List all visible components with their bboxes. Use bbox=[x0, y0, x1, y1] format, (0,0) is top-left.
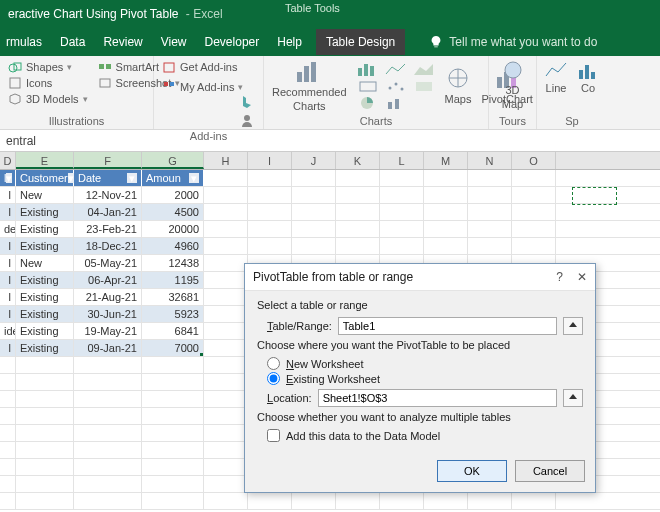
col-O[interactable]: O bbox=[512, 152, 556, 169]
cell-customer[interactable]: New bbox=[16, 187, 74, 203]
menu-formulas[interactable]: rmulas bbox=[6, 35, 42, 49]
combo-chart-icon[interactable] bbox=[385, 96, 407, 110]
table-header-date[interactable]: Date▾ bbox=[74, 170, 142, 186]
menu-help[interactable]: Help bbox=[277, 35, 302, 49]
cell-d[interactable]: de bbox=[0, 221, 16, 237]
location-input[interactable] bbox=[318, 389, 557, 407]
cell-amount[interactable]: 12438 bbox=[142, 255, 204, 271]
col-E[interactable]: E bbox=[16, 152, 74, 169]
cell-d[interactable]: l bbox=[0, 306, 16, 322]
pie-chart-icon[interactable] bbox=[357, 96, 379, 110]
radio-new-worksheet[interactable]: New Worksheet bbox=[267, 357, 583, 370]
cell-amount[interactable]: 32681 bbox=[142, 289, 204, 305]
cell-date[interactable]: 05-May-21 bbox=[74, 255, 142, 271]
cell-customer[interactable]: New bbox=[16, 255, 74, 271]
sparkline-line-button[interactable]: Line bbox=[545, 60, 567, 94]
my-addins-button[interactable]: My Add-ins▾ bbox=[162, 80, 255, 94]
collapse-dialog-button-2[interactable] bbox=[563, 389, 583, 407]
help-icon[interactable]: ? bbox=[556, 270, 563, 284]
checkbox-data-model[interactable]: Add this data to the Data Model bbox=[267, 429, 583, 442]
3d-models-button[interactable]: 3D Models▾ bbox=[8, 92, 88, 106]
col-M[interactable]: M bbox=[424, 152, 468, 169]
cell-date[interactable]: 09-Jan-21 bbox=[74, 340, 142, 356]
radio-existing-worksheet[interactable]: Existing Worksheet bbox=[267, 372, 583, 385]
table-header-customer[interactable]: Customer▾ bbox=[16, 170, 74, 186]
tell-me[interactable]: Tell me what you want to do bbox=[429, 35, 597, 49]
formula-bar[interactable]: entral bbox=[0, 130, 660, 152]
cell-customer[interactable]: Existing bbox=[16, 323, 74, 339]
cell-customer[interactable]: Existing bbox=[16, 340, 74, 356]
col-L[interactable]: L bbox=[380, 152, 424, 169]
menu-table-design[interactable]: Table Design bbox=[316, 29, 405, 55]
cell-d[interactable]: l bbox=[0, 255, 16, 271]
cell-date[interactable]: 23-Feb-21 bbox=[74, 221, 142, 237]
cell-date[interactable]: 19-May-21 bbox=[74, 323, 142, 339]
icons-button[interactable]: Icons bbox=[8, 76, 88, 90]
menu-developer[interactable]: Developer bbox=[205, 35, 260, 49]
col-G[interactable]: G bbox=[142, 152, 204, 169]
table-range-input[interactable] bbox=[338, 317, 557, 335]
cell-customer[interactable]: Existing bbox=[16, 306, 74, 322]
people-icon[interactable] bbox=[239, 112, 255, 128]
cell-amount[interactable]: 2000 bbox=[142, 187, 204, 203]
cell-d[interactable]: l bbox=[0, 204, 16, 220]
cell-date[interactable]: 18-Dec-21 bbox=[74, 238, 142, 254]
bing-icon[interactable] bbox=[239, 94, 255, 110]
cell-d[interactable]: l bbox=[0, 340, 16, 356]
close-icon[interactable]: ✕ bbox=[577, 270, 587, 284]
maps-button[interactable]: Maps bbox=[445, 67, 472, 105]
recommended-charts-button[interactable]: RecommendedCharts bbox=[272, 60, 347, 112]
cell-d[interactable]: l bbox=[0, 289, 16, 305]
col-I[interactable]: I bbox=[248, 152, 292, 169]
cell-date[interactable]: 04-Jan-21 bbox=[74, 204, 142, 220]
cell-date[interactable]: 30-Jun-21 bbox=[74, 306, 142, 322]
table-header-amount[interactable]: Amoun▾ bbox=[142, 170, 204, 186]
cell-amount[interactable]: 5923 bbox=[142, 306, 204, 322]
cell-date[interactable]: 21-Aug-21 bbox=[74, 289, 142, 305]
col-H[interactable]: H bbox=[204, 152, 248, 169]
table-row[interactable]: lExisting18-Dec-214960 bbox=[0, 238, 660, 255]
shapes-button[interactable]: Shapes▾ bbox=[8, 60, 88, 74]
cell-amount[interactable]: 1195 bbox=[142, 272, 204, 288]
col-F[interactable]: F bbox=[74, 152, 142, 169]
col-J[interactable]: J bbox=[292, 152, 336, 169]
cell-d[interactable]: l bbox=[0, 238, 16, 254]
surface-chart-icon[interactable] bbox=[413, 79, 435, 93]
hier-chart-icon[interactable] bbox=[357, 79, 379, 93]
get-addins-button[interactable]: Get Add-ins bbox=[162, 60, 255, 74]
cancel-button[interactable]: Cancel bbox=[515, 460, 585, 482]
cell-amount[interactable]: 20000 bbox=[142, 221, 204, 237]
table-row[interactable]: deExisting23-Feb-2120000 bbox=[0, 221, 660, 238]
cell-amount[interactable]: 4500 bbox=[142, 204, 204, 220]
ok-button[interactable]: OK bbox=[437, 460, 507, 482]
menu-review[interactable]: Review bbox=[103, 35, 142, 49]
cell-customer[interactable]: Existing bbox=[16, 289, 74, 305]
cell-customer[interactable]: Existing bbox=[16, 221, 74, 237]
sparkline-column-button[interactable]: Co bbox=[577, 60, 599, 94]
line-chart-icon[interactable] bbox=[385, 62, 407, 76]
cell-amount[interactable]: 7000 bbox=[142, 340, 204, 356]
bar-chart-icon[interactable] bbox=[357, 62, 379, 76]
cell-d[interactable]: l bbox=[0, 272, 16, 288]
table-row[interactable]: lExisting04-Jan-214500 bbox=[0, 204, 660, 221]
3d-map-button[interactable]: 3DMap bbox=[497, 60, 528, 110]
cell-amount[interactable]: 6841 bbox=[142, 323, 204, 339]
cell-customer[interactable]: Existing bbox=[16, 204, 74, 220]
cell-amount[interactable]: 4960 bbox=[142, 238, 204, 254]
col-N[interactable]: N bbox=[468, 152, 512, 169]
cell-date[interactable]: 06-Apr-21 bbox=[74, 272, 142, 288]
scatter-chart-icon[interactable] bbox=[385, 79, 407, 93]
col-K[interactable]: K bbox=[336, 152, 380, 169]
cell-d[interactable]: ide bbox=[0, 323, 16, 339]
cell-customer[interactable]: Existing bbox=[16, 272, 74, 288]
cell-d[interactable]: l bbox=[0, 187, 16, 203]
collapse-dialog-button[interactable] bbox=[563, 317, 583, 335]
cell-customer[interactable]: Existing bbox=[16, 238, 74, 254]
menu-view[interactable]: View bbox=[161, 35, 187, 49]
table-header-partial[interactable]: l▾ bbox=[0, 170, 16, 186]
menu-data[interactable]: Data bbox=[60, 35, 85, 49]
table-row[interactable]: lNew12-Nov-212000 bbox=[0, 187, 660, 204]
area-chart-icon[interactable] bbox=[413, 62, 435, 76]
col-D[interactable]: D bbox=[0, 152, 16, 169]
cell-date[interactable]: 12-Nov-21 bbox=[74, 187, 142, 203]
